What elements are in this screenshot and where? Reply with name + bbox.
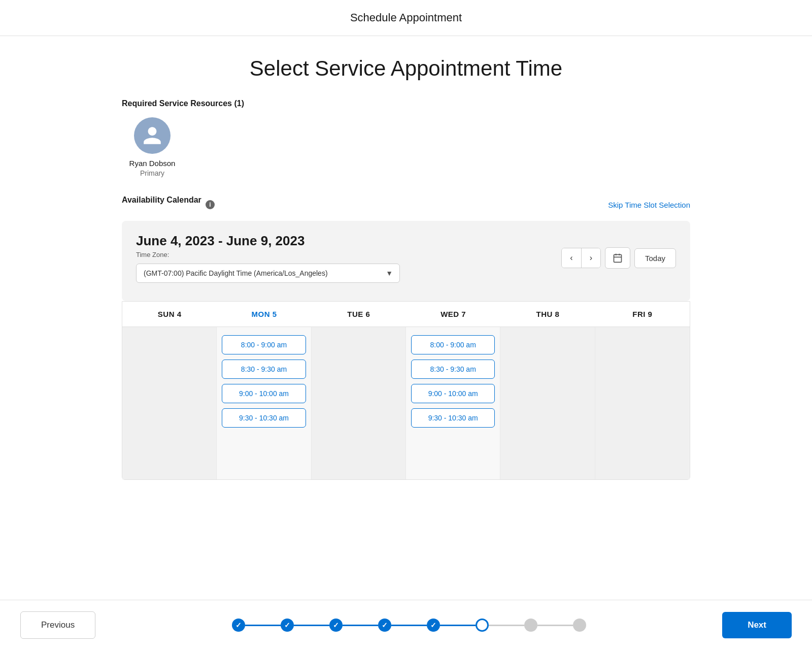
connector-7 [537,625,573,626]
day-header-tue: TUE 6 [312,302,406,327]
svg-rect-0 [614,254,621,262]
day-header-mon: MON 5 [217,302,311,327]
skip-time-slot-link[interactable]: Skip Time Slot Selection [608,201,690,209]
calendar-header-row: June 4, 2023 - June 9, 2023 Time Zone: (… [136,233,676,283]
info-icon[interactable]: i [206,200,215,209]
avatar [134,117,171,154]
main-content: Select Service Appointment Time Required… [91,36,721,541]
connector-2 [294,625,329,626]
previous-button[interactable]: Previous [20,611,95,639]
day-header-wed: WED 7 [406,302,500,327]
slots-mon: 8:00 - 9:00 am 8:30 - 9:30 am 9:00 - 10:… [217,327,311,479]
step-8 [573,619,586,632]
slots-sun [122,327,217,479]
step-1: ✓ [232,619,245,632]
availability-label: Availability Calendar [122,196,201,205]
slot-mon-1[interactable]: 8:00 - 9:00 am [222,335,306,354]
slots-thu [500,327,595,479]
connector-4 [391,625,427,626]
calendar-grid: SUN 4 MON 5 TUE 6 WED 7 THU 8 FRI 9 8:00… [122,301,690,480]
next-button[interactable]: Next [722,612,792,638]
availability-label-row: Availability Calendar i [122,196,215,214]
calendar-container: June 4, 2023 - June 9, 2023 Time Zone: (… [122,221,690,301]
availability-header: Availability Calendar i Skip Time Slot S… [122,196,690,214]
slot-mon-3[interactable]: 9:00 - 10:00 am [222,384,306,403]
step-5: ✓ [427,619,440,632]
day-header-thu: THU 8 [500,302,595,327]
resource-role: Primary [140,169,164,177]
day-headers: SUN 4 MON 5 TUE 6 WED 7 THU 8 FRI 9 [122,302,690,327]
day-header-fri: FRI 9 [595,302,690,327]
app-header: Schedule Appointment [0,0,812,36]
person-icon [142,125,163,146]
resources-label: Required Service Resources (1) [122,99,690,108]
date-range: June 4, 2023 - June 9, 2023 [136,233,400,249]
connector-1 [245,625,281,626]
calendar-picker-button[interactable] [605,247,630,269]
slots-fri [595,327,690,479]
step-4: ✓ [378,619,391,632]
slot-wed-4[interactable]: 9:30 - 10:30 am [411,408,495,428]
timezone-label: Time Zone: [136,251,400,258]
calendar-icon [613,253,623,263]
calendar-controls: ‹ › Today [561,247,676,269]
timezone-select[interactable]: (GMT-07:00) Pacific Daylight Time (Ameri… [136,264,400,283]
connector-3 [343,625,378,626]
prev-week-button[interactable]: ‹ [562,248,581,268]
nav-btn-group: ‹ › [561,248,601,268]
next-week-button[interactable]: › [582,248,600,268]
step-3: ✓ [329,619,343,632]
slot-wed-2[interactable]: 8:30 - 9:30 am [411,360,495,379]
page-heading: Select Service Appointment Time [122,56,690,81]
today-button[interactable]: Today [634,248,676,268]
timezone-wrapper: (GMT-07:00) Pacific Daylight Time (Ameri… [136,264,400,283]
slot-wed-3[interactable]: 9:00 - 10:00 am [411,384,495,403]
progress-stepper: ✓ ✓ ✓ ✓ ✓ [232,619,586,632]
day-slots-grid: 8:00 - 9:00 am 8:30 - 9:30 am 9:00 - 10:… [122,327,690,479]
slot-mon-2[interactable]: 8:30 - 9:30 am [222,360,306,379]
slot-mon-4[interactable]: 9:30 - 10:30 am [222,408,306,428]
app-title: Schedule Appointment [350,11,462,24]
slots-wed: 8:00 - 9:00 am 8:30 - 9:30 am 9:00 - 10:… [406,327,500,479]
resource-card: Ryan Dobson Primary [122,117,183,177]
slots-tue [312,327,406,479]
step-7 [524,619,537,632]
resource-name: Ryan Dobson [129,159,176,168]
footer: Previous ✓ ✓ ✓ ✓ ✓ [0,600,812,650]
connector-6 [489,625,524,626]
day-header-sun: SUN 4 [122,302,217,327]
connector-5 [440,625,476,626]
slot-wed-1[interactable]: 8:00 - 9:00 am [411,335,495,354]
step-6 [476,619,489,632]
calendar-date-info: June 4, 2023 - June 9, 2023 Time Zone: (… [136,233,400,283]
step-2: ✓ [281,619,294,632]
